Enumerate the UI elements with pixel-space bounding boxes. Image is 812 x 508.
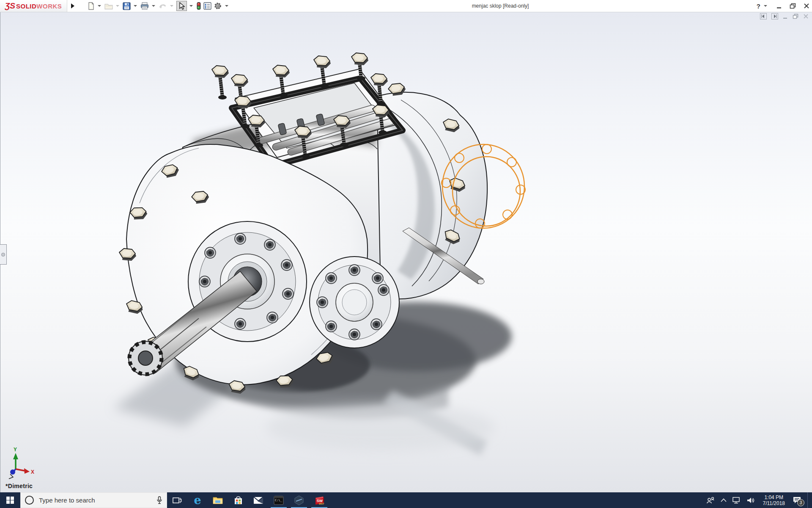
doc-restore-button[interactable] — [793, 14, 798, 19]
system-tray: 1:04 PM 7/11/2018 3 — [706, 492, 812, 508]
chevron-up-icon[interactable] — [721, 498, 727, 502]
quick-access-toolbar — [87, 0, 230, 12]
logo-glyph: ƷS — [5, 1, 15, 11]
solidworks-rx-button[interactable] — [289, 492, 309, 508]
settings-gear-icon[interactable] — [213, 1, 222, 11]
clock-time: 1:04 PM — [763, 494, 785, 500]
document-window-controls — [760, 13, 809, 19]
view-orientation-label: *Dimetric — [5, 483, 33, 489]
secondary-bearing-cover[interactable] — [310, 257, 399, 348]
microphone-icon[interactable] — [156, 496, 162, 504]
action-center-button[interactable]: 3 — [793, 496, 801, 504]
clock-date: 7/11/2018 — [763, 500, 785, 506]
triad-y-label: Y — [14, 447, 17, 453]
windows-logo-icon — [6, 497, 14, 504]
open-button[interactable] — [104, 1, 113, 11]
triad-x-label: X — [31, 469, 34, 475]
solidworks-2017-icon: SW 2017 — [314, 495, 325, 506]
panel-pin-icon — [1, 253, 5, 257]
notification-badge: 3 — [797, 499, 804, 506]
window-controls: ? — [757, 0, 809, 12]
svg-text:2017: 2017 — [319, 502, 324, 505]
volume-icon[interactable] — [747, 497, 755, 504]
close-button[interactable] — [804, 3, 809, 9]
minimize-button[interactable] — [776, 3, 782, 9]
edge-button[interactable]: e — [187, 492, 208, 508]
next-view-button[interactable] — [771, 13, 778, 19]
options-list-icon[interactable] — [203, 1, 212, 11]
feature-panel-collapsed-tab[interactable] — [0, 244, 7, 265]
menu-flyout-arrow-icon[interactable] — [69, 1, 77, 11]
hexagon-app-icon — [294, 495, 304, 505]
select-tool-button[interactable] — [176, 1, 187, 11]
store-button[interactable] — [228, 492, 248, 508]
mail-icon — [253, 497, 263, 504]
windows-taskbar: e — [0, 492, 812, 508]
previous-view-button[interactable] — [760, 13, 767, 19]
window-title: menjac sklop [Read-only] — [437, 0, 564, 12]
store-icon — [234, 496, 243, 505]
solidworks-logo[interactable]: ƷS SOLIDWORKS — [0, 0, 67, 12]
interference-lights-icon[interactable] — [196, 1, 202, 11]
search-input[interactable] — [38, 496, 152, 504]
spline-collar — [129, 341, 162, 375]
undo-dropdown-icon — [170, 5, 173, 7]
select-dropdown-icon[interactable] — [189, 5, 193, 7]
print-button[interactable] — [140, 1, 149, 11]
undo-button[interactable] — [158, 1, 167, 11]
show-desktop-button[interactable] — [807, 492, 810, 508]
edge-icon: e — [194, 494, 201, 506]
start-button[interactable] — [0, 492, 20, 508]
title-bar: ƷS SOLIDWORKS — [0, 0, 812, 12]
solidworks-2017-button[interactable]: SW 2017 — [309, 492, 329, 508]
solidworks-window: Y X *Di — [0, 0, 812, 508]
help-dropdown-icon[interactable] — [764, 5, 767, 7]
mail-button[interactable] — [248, 492, 269, 508]
new-document-button[interactable] — [87, 1, 95, 11]
restore-button[interactable] — [790, 3, 796, 9]
cortana-icon — [25, 496, 34, 505]
svg-text:C:\_: C:\_ — [275, 499, 283, 502]
print-dropdown-icon[interactable] — [152, 5, 155, 7]
save-button[interactable] — [122, 1, 131, 11]
open-dropdown-icon — [116, 5, 119, 7]
doc-close-button[interactable] — [803, 14, 809, 19]
network-icon[interactable] — [732, 497, 741, 504]
people-icon[interactable] — [706, 497, 715, 504]
save-dropdown-icon[interactable] — [134, 5, 137, 7]
settings-dropdown-icon[interactable] — [225, 5, 228, 7]
command-prompt-icon: C:\_ — [274, 496, 284, 505]
new-dropdown-icon[interactable] — [98, 5, 101, 7]
doc-minimize-button[interactable] — [783, 14, 788, 19]
reference-triad: Y X — [9, 447, 34, 479]
help-button[interactable]: ? — [757, 3, 760, 10]
gearbox-3d-model[interactable]: Y X — [0, 12, 812, 492]
file-explorer-icon — [213, 496, 223, 504]
taskbar-search[interactable] — [20, 492, 167, 508]
task-view-button[interactable] — [167, 492, 187, 508]
command-prompt-button[interactable]: C:\_ — [269, 492, 289, 508]
file-explorer-button[interactable] — [208, 492, 228, 508]
taskbar-clock[interactable]: 1:04 PM 7/11/2018 — [761, 494, 787, 506]
